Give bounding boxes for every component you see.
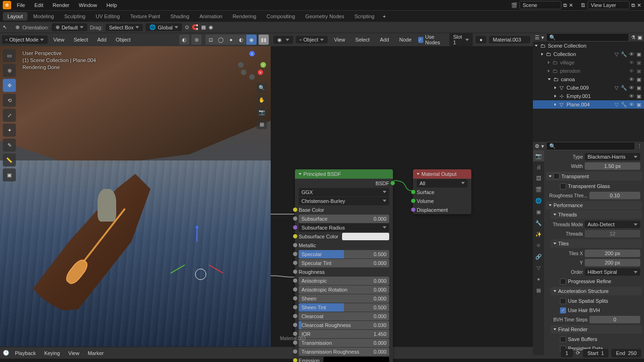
node-slider-specular[interactable]: Specular0.500 bbox=[299, 250, 389, 258]
node-color-subsurface-color[interactable] bbox=[342, 233, 389, 240]
pan-icon[interactable]: ✋ bbox=[257, 95, 267, 105]
workspace-tab-rendering[interactable]: Rendering bbox=[228, 12, 261, 21]
copy-layer-icon[interactable]: ⧉ bbox=[631, 2, 635, 8]
transparent-glass-checkbox[interactable]: Transparent Glass bbox=[568, 183, 610, 189]
spatial-splits-checkbox[interactable]: Use Spatial Splits bbox=[568, 298, 608, 304]
outliner-item-cube-009[interactable]: ▽Cube.009▽🔧👁▣ bbox=[533, 84, 644, 92]
hide-icon[interactable]: 👁 bbox=[628, 59, 635, 66]
toggle-gizmo-icon[interactable]: ◐ bbox=[179, 35, 189, 45]
orientation-dropdown[interactable]: ⊕Default bbox=[52, 23, 87, 31]
menu-edit[interactable]: Edit bbox=[31, 1, 47, 9]
node-title[interactable]: Material Output bbox=[413, 169, 471, 179]
scene-tab[interactable]: 🎬 bbox=[533, 184, 544, 195]
node-canvas[interactable]: Principled BSDF BSDF GGX Christensen-Bur… bbox=[271, 46, 533, 347]
measure-tool[interactable]: 📏 bbox=[3, 153, 16, 167]
performance-panel-header[interactable]: Performance bbox=[546, 201, 642, 209]
timeline-view-menu[interactable]: View bbox=[65, 349, 82, 357]
node-slider-subsurface[interactable]: Subsurface0.000 bbox=[299, 215, 389, 223]
hair-bvh-checkbox[interactable]: Use Hair BVH bbox=[568, 307, 600, 313]
timeline-type-icon[interactable]: 🕐 bbox=[3, 350, 9, 356]
vp-menu-object[interactable]: Object bbox=[112, 36, 134, 43]
solid-shading[interactable]: ● bbox=[226, 35, 236, 45]
outliner-item-canoa[interactable]: 🗀canoa👁▣ bbox=[533, 75, 644, 84]
copy-scene-icon[interactable]: ⧉ bbox=[563, 2, 567, 8]
zoom-icon[interactable]: 🔍 bbox=[257, 83, 267, 93]
menu-render[interactable]: Render bbox=[49, 1, 73, 9]
workspace-tab-uv-editing[interactable]: UV Editing bbox=[91, 12, 125, 21]
node-menu-select[interactable]: Select bbox=[351, 36, 373, 43]
disable-icon[interactable]: ▣ bbox=[636, 59, 642, 66]
node-slider-sheen-tint[interactable]: Sheen Tint0.500 bbox=[299, 303, 389, 312]
mode-dropdown[interactable]: ▫ Object Mode bbox=[2, 35, 48, 44]
close-layer-icon[interactable]: ✕ bbox=[637, 2, 641, 8]
object-tab[interactable]: ▣ bbox=[533, 206, 544, 217]
proportional-icon[interactable]: ◉ bbox=[209, 24, 213, 30]
hide-icon[interactable]: 👁 bbox=[628, 93, 635, 99]
matprev-shading[interactable]: ◐ bbox=[236, 35, 246, 45]
threads-mode-dropdown[interactable]: Auto-Detect bbox=[585, 221, 640, 228]
disable-icon[interactable]: ▣ bbox=[636, 93, 642, 99]
transform-orientation-dropdown[interactable]: 🌐Global bbox=[146, 23, 182, 31]
disable-icon[interactable]: ▣ bbox=[636, 84, 642, 91]
hide-icon[interactable]: 👁 bbox=[628, 84, 635, 91]
disable-icon[interactable]: ▣ bbox=[636, 68, 642, 74]
material-browse-dropdown[interactable]: ● bbox=[476, 36, 486, 43]
workspace-tab-geometry-nodes[interactable]: Geometry Nodes bbox=[301, 12, 349, 21]
outliner-item-village[interactable]: 🗀village👁▣ bbox=[533, 58, 644, 67]
workspace-tab-layout[interactable]: Layout bbox=[3, 12, 28, 21]
modifier-icon[interactable]: 🔧 bbox=[621, 84, 627, 91]
vp-menu-add[interactable]: Add bbox=[94, 36, 111, 43]
material-tab[interactable]: ● bbox=[533, 273, 544, 285]
workspace-tab-texture-paint[interactable]: Texture Paint bbox=[126, 12, 165, 21]
wireframe-shading[interactable]: ◯ bbox=[216, 35, 226, 45]
shader-object-dropdown[interactable]: ▫Object bbox=[296, 36, 328, 43]
node-input-subsurface-radius[interactable]: Subsurface Radius bbox=[299, 223, 389, 232]
snap-target-icon[interactable]: ▦ bbox=[201, 24, 206, 30]
workspace-tab-scripting[interactable]: Scripting bbox=[350, 12, 379, 21]
start-frame-field[interactable]: Start1 bbox=[583, 349, 609, 357]
pixel-filter-dropdown[interactable]: Blackman-Harris bbox=[585, 153, 640, 160]
vp-menu-view[interactable]: View bbox=[49, 36, 68, 43]
node-slider-transmission-roughness[interactable]: Transmission Roughness0.000 bbox=[299, 348, 389, 356]
width-field[interactable]: 1.50 px bbox=[585, 162, 640, 170]
properties-options-icon[interactable]: ⋮ bbox=[637, 143, 642, 149]
node-slider-ior[interactable]: IOR1.450 bbox=[299, 330, 389, 338]
move-tool[interactable]: ✥ bbox=[3, 79, 16, 92]
save-buffers-checkbox[interactable]: Save Buffers bbox=[568, 336, 597, 342]
disable-icon[interactable]: ▣ bbox=[636, 76, 642, 83]
menu-help[interactable]: Help bbox=[103, 1, 121, 9]
hide-icon[interactable]: 👁 bbox=[628, 68, 635, 74]
scene-name-field[interactable]: Scene bbox=[519, 1, 561, 9]
outliner-search[interactable]: 🔍 bbox=[546, 33, 629, 42]
threads-panel-header[interactable]: Threads bbox=[551, 210, 642, 219]
threads-field[interactable]: 12 bbox=[585, 230, 640, 237]
menu-file[interactable]: File bbox=[13, 1, 29, 9]
tiles-y-field[interactable]: 200 px bbox=[585, 259, 640, 266]
sync-icon[interactable]: ⟳ bbox=[576, 350, 580, 356]
new-collection-icon[interactable]: ▣ bbox=[637, 35, 642, 41]
hide-icon[interactable]: 👁 bbox=[628, 76, 635, 83]
shader-type-dropdown[interactable]: ◉ bbox=[273, 36, 293, 44]
distribution-dropdown[interactable]: GGX bbox=[299, 188, 389, 196]
world-tab[interactable]: 🌐 bbox=[533, 195, 544, 206]
principled-bsdf-node[interactable]: Principled BSDF BSDF GGX Christensen-Bur… bbox=[295, 169, 393, 362]
workspace-tab-modeling[interactable]: Modeling bbox=[28, 12, 59, 21]
node-slider-specular-tint[interactable]: Specular Tint0.000 bbox=[299, 259, 389, 267]
restrict-icon[interactable]: ▽ bbox=[613, 84, 620, 91]
constraint-tab[interactable]: 🔗 bbox=[533, 251, 544, 262]
drag-dropdown[interactable]: Select Box bbox=[105, 24, 143, 31]
node-color-emission[interactable] bbox=[323, 357, 389, 362]
outliner-item-plane-004[interactable]: ▽Plane.004▽🔧👁▣ bbox=[533, 100, 644, 109]
snap-icon[interactable]: 🧲 bbox=[192, 24, 198, 30]
persp-icon[interactable]: ▦ bbox=[257, 119, 267, 129]
select-tool[interactable]: ▭ bbox=[3, 49, 16, 62]
disable-icon[interactable]: ▣ bbox=[636, 101, 642, 108]
restrict-icon[interactable]: ▽ bbox=[613, 51, 620, 57]
cursor-tool[interactable]: ⊕ bbox=[3, 64, 16, 77]
tiles-panel-header[interactable]: Tiles bbox=[551, 239, 642, 248]
workspace-tab-shading[interactable]: Shading bbox=[166, 12, 194, 21]
view-layer-field[interactable]: View Layer bbox=[588, 1, 630, 9]
bvh-steps-field[interactable]: 0 bbox=[589, 316, 640, 323]
viewport-canvas[interactable]: ▭ ⊕ ✥ ⟲ ⤢ ✦ ✎ 📏 ▣ User Perspective (1) S… bbox=[0, 46, 271, 347]
annotate-tool[interactable]: ✎ bbox=[3, 139, 16, 152]
